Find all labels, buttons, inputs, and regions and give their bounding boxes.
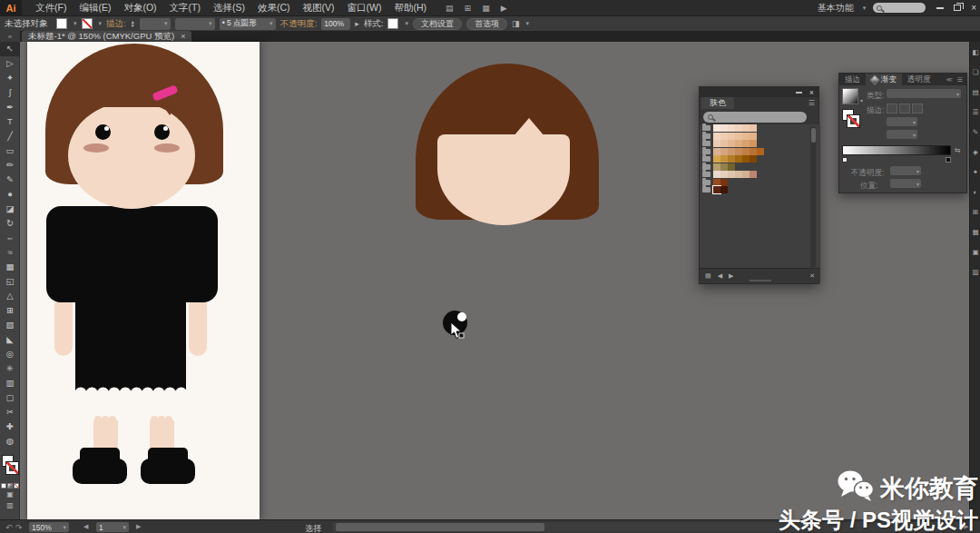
swatch[interactable] <box>720 155 728 163</box>
swatch[interactable] <box>757 148 764 155</box>
opacity-field[interactable]: 100% <box>321 18 350 30</box>
dock-panel-icon[interactable]: ✦ <box>970 162 980 182</box>
swatch[interactable] <box>735 140 742 147</box>
mesh-tool[interactable]: ⊞ <box>0 303 20 318</box>
hand-tool[interactable]: ✚ <box>0 419 20 434</box>
stroke-link[interactable]: 描边: <box>106 18 126 30</box>
girl-face-shape[interactable] <box>68 102 195 209</box>
blob-brush-tool[interactable]: ● <box>0 187 20 202</box>
restore-button[interactable] <box>954 5 961 11</box>
panel-menu-icon[interactable]: ☰ <box>808 97 818 109</box>
swatch[interactable] <box>713 140 720 147</box>
girl-right-arm-shape[interactable] <box>189 300 207 356</box>
swatch[interactable] <box>720 163 728 171</box>
close-tab-icon[interactable]: × <box>181 32 185 41</box>
redo-icon[interactable]: ↷ <box>15 523 23 532</box>
swatch[interactable] <box>728 133 735 140</box>
free-transform-tool[interactable]: ▦ <box>0 260 20 274</box>
opacity-arrow-icon[interactable]: ▸ <box>355 19 359 28</box>
zoom-level-field[interactable]: 150%▾ <box>29 522 69 532</box>
gradient-aspect-field[interactable]: ▾ <box>887 130 917 139</box>
swatch[interactable] <box>735 133 742 140</box>
dock-panel-icon[interactable]: ◐ <box>970 182 980 202</box>
prev-library-icon[interactable]: ◀ <box>718 272 722 280</box>
gradient-type-dropdown[interactable]: ▾ <box>887 89 961 98</box>
girl-right-blush-shape[interactable] <box>154 143 180 153</box>
screen-mode-button[interactable]: ▥ <box>0 499 20 510</box>
artboard-number-field[interactable]: 1▾ <box>96 522 129 532</box>
menu-item[interactable]: 帮助(H) <box>388 2 434 15</box>
rotate-tool[interactable]: ↻ <box>0 216 20 231</box>
swatch[interactable] <box>750 140 757 147</box>
girl-right-leg-shape[interactable] <box>150 420 174 451</box>
swatch[interactable] <box>728 148 735 155</box>
next-library-icon[interactable]: ▶ <box>729 272 733 280</box>
gradient-stroke-proxy[interactable] <box>848 115 859 127</box>
swatch[interactable] <box>750 133 757 140</box>
gradient-angle-field[interactable]: ▾ <box>887 117 917 126</box>
swatch[interactable] <box>742 171 750 178</box>
pen-tool[interactable]: ✒ <box>0 100 20 114</box>
stop-location-field[interactable]: ▾ <box>890 179 921 188</box>
dock-panel-icon[interactable]: ▥ <box>970 262 980 281</box>
align-options-icon[interactable]: ◨ <box>512 19 520 28</box>
swatch-folder-icon[interactable] <box>702 172 710 177</box>
swatch-folder-icon[interactable] <box>702 180 710 185</box>
next-artboard-icon[interactable]: ▶ <box>136 523 141 530</box>
stroke-gradient-within-button[interactable] <box>887 104 897 114</box>
eyedropper-tool[interactable]: ◣ <box>0 332 20 347</box>
direct-selection-tool[interactable]: ▷ <box>0 56 20 71</box>
swatch-folder-icon[interactable] <box>702 133 710 139</box>
girl-left-blush-shape[interactable] <box>83 143 109 153</box>
minimize-button[interactable] <box>936 7 944 9</box>
artboard[interactable] <box>27 42 260 519</box>
scrollbar-thumb[interactable] <box>336 523 544 531</box>
dock-panel-icon[interactable]: ⊞ <box>970 202 980 222</box>
menu-item[interactable]: 视图(V) <box>297 2 341 15</box>
swatch[interactable] <box>713 155 720 163</box>
gradient-slider[interactable] <box>842 145 951 155</box>
panel-resize-grip[interactable] <box>750 280 771 281</box>
app-bar-icon[interactable]: ⊞ <box>465 4 472 13</box>
style-chip[interactable] <box>387 18 398 29</box>
dock-panel-icon[interactable]: ▦ <box>970 222 980 242</box>
selection-tool[interactable]: ↖ <box>0 42 20 56</box>
swatch[interactable] <box>713 124 720 132</box>
swatch[interactable] <box>728 171 735 178</box>
swatch[interactable] <box>735 148 742 155</box>
tab-stroke[interactable]: 描边 <box>839 74 866 85</box>
perspective-grid-tool[interactable]: △ <box>0 289 20 303</box>
swatch[interactable] <box>720 140 728 147</box>
document-setup-button[interactable]: 文档设置 <box>413 18 462 30</box>
girl-dress-shape[interactable] <box>75 223 186 393</box>
dock-panel-icon[interactable]: ❏ <box>970 62 980 82</box>
swatch[interactable] <box>720 148 728 155</box>
swatch[interactable] <box>713 163 720 171</box>
swatch[interactable] <box>728 124 735 132</box>
swatch[interactable] <box>735 171 742 178</box>
swatch-folder-icon[interactable] <box>702 149 710 154</box>
stroke-swatch[interactable] <box>6 462 18 474</box>
swatch[interactable] <box>750 124 757 132</box>
prev-artboard-icon[interactable]: ◀ <box>83 523 88 530</box>
swatch-folder-icon[interactable] <box>702 141 710 146</box>
swatch[interactable] <box>750 171 757 178</box>
column-graph-tool[interactable]: ▥ <box>0 376 20 390</box>
brush-definition-dropdown[interactable]: • 5 点圆形▾ <box>220 18 276 30</box>
swatch[interactable] <box>728 140 735 147</box>
swatch[interactable] <box>720 171 728 178</box>
gradient-button[interactable] <box>7 483 13 489</box>
zoom-tool[interactable]: ◍ <box>0 434 20 449</box>
menu-item[interactable]: 窗口(W) <box>341 2 388 15</box>
color-button[interactable] <box>1 483 6 489</box>
swatch[interactable] <box>713 133 720 140</box>
tab-gradient[interactable]: 渐变 <box>866 74 902 85</box>
blend-tool[interactable]: ◎ <box>0 347 20 361</box>
collapse-panel-icon[interactable]: ≪ <box>946 76 952 84</box>
girl-left-shoe-shape[interactable] <box>73 459 127 484</box>
girl-left-leg-shape[interactable] <box>93 420 118 451</box>
swatch[interactable] <box>742 155 750 163</box>
girl-right-eye-shape[interactable] <box>154 124 170 140</box>
swatch-folder-icon[interactable] <box>702 125 710 131</box>
stroke-weight-field[interactable]: ▾ <box>140 18 171 30</box>
